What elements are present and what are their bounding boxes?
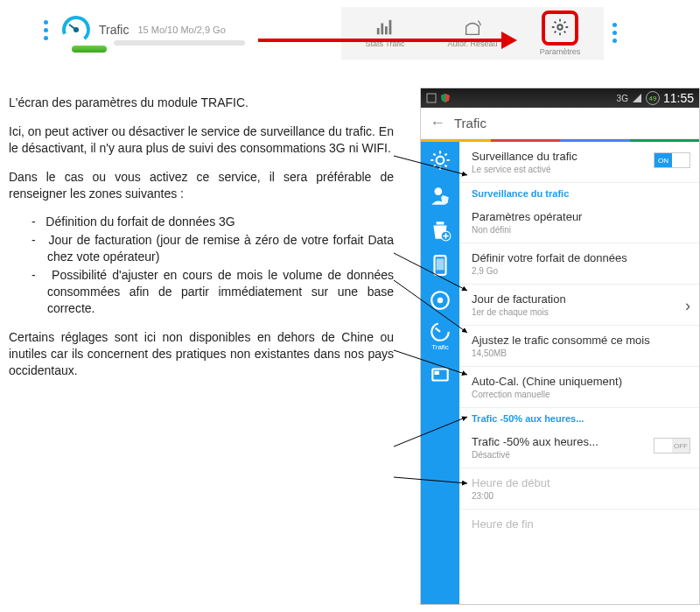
red-arrow-icon xyxy=(258,35,512,46)
svg-line-2 xyxy=(69,25,76,30)
list-item: Possibilité d'ajuster en cours de mois l… xyxy=(32,267,394,317)
phone-icon[interactable] xyxy=(429,254,452,277)
disk-icon[interactable] xyxy=(429,289,452,312)
toggle-on[interactable]: ON xyxy=(654,152,690,168)
tab-settings[interactable]: Paramètres xyxy=(516,7,604,60)
menu-dots-icon[interactable] xyxy=(44,20,48,40)
svg-rect-6 xyxy=(389,20,392,35)
battery-icon: 49 xyxy=(646,91,660,105)
svg-rect-5 xyxy=(385,26,388,34)
row-billing-day[interactable]: Jour de facturation 1er de chaque mois › xyxy=(459,285,699,326)
signal-icon xyxy=(632,93,642,103)
svg-rect-4 xyxy=(381,24,383,35)
paragraph: Certains réglages sont ici non disponibl… xyxy=(9,329,394,379)
top-banner: Trafic 15 Mo/10 Mo/2,9 Go Stats Trafic A… xyxy=(0,7,700,60)
clock: 11:55 xyxy=(663,91,694,105)
section-header: Trafic -50% aux heures... xyxy=(459,408,699,427)
paragraph: Ici, on peut activer ou désactiver le se… xyxy=(9,123,394,157)
row-end-hour[interactable]: Heure de fin xyxy=(459,510,699,538)
paragraph: L'écran des paramètres du module TRAFIC. xyxy=(9,95,394,111)
app-header: ← Trafic xyxy=(421,108,699,139)
gear-icon[interactable] xyxy=(429,149,452,172)
sidebar-label: Trafic xyxy=(431,343,449,351)
app-title: Trafic xyxy=(454,116,486,130)
row-adjust-traffic[interactable]: Ajustez le trafic consommé ce mois 14,50… xyxy=(459,326,699,367)
bullet-list: Définition du forfait de données 3G Jour… xyxy=(32,214,394,316)
row-autocal[interactable]: Auto-Cal. (Chine uniquement) Correction … xyxy=(459,367,699,408)
tab-stats[interactable]: Stats Trafic xyxy=(341,7,429,60)
svg-point-16 xyxy=(438,298,444,304)
tab-label: Paramètres xyxy=(540,47,581,56)
svg-line-18 xyxy=(436,328,440,332)
row-data-plan[interactable]: Définir votre forfait de données 2,9 Go xyxy=(459,243,699,285)
svg-point-10 xyxy=(435,187,443,195)
highlight-box xyxy=(542,11,578,46)
toggle-off[interactable]: OFF xyxy=(654,438,690,454)
notif-icon xyxy=(426,93,437,103)
svg-rect-11 xyxy=(437,222,444,224)
progress-track xyxy=(114,40,245,46)
chevron-right-icon: › xyxy=(685,297,690,315)
row-offpeak[interactable]: Trafic -50% aux heures... Désactivé OFF xyxy=(459,427,699,468)
menu-dots-icon[interactable] xyxy=(612,23,617,43)
top-tabs: Stats Trafic Autor. Réseau Paramètres xyxy=(341,7,604,60)
user-shield-icon[interactable] xyxy=(429,184,452,207)
card-icon[interactable] xyxy=(429,363,452,386)
svg-point-9 xyxy=(437,157,444,165)
android-statusbar: 3G 49 11:55 xyxy=(421,88,699,108)
gear-icon xyxy=(550,18,570,37)
back-icon[interactable]: ← xyxy=(430,114,445,132)
trash-plus-icon[interactable] xyxy=(429,219,452,242)
row-start-hour[interactable]: Heure de début 23:00 xyxy=(459,468,699,510)
settings-list: Surveillance du trafic Le service est ac… xyxy=(459,142,699,604)
svg-rect-20 xyxy=(435,371,439,375)
phone-sidebar: Trafic xyxy=(421,142,459,604)
list-item: Jour de facturation (jour de remise à zé… xyxy=(32,232,394,265)
gauge-mini-icon[interactable] xyxy=(429,324,452,340)
network-label: 3G xyxy=(617,94,628,103)
phone-screenshot: 3G 49 11:55 ← Trafic Trafic Surveillance… xyxy=(420,88,700,605)
description-text: L'écran des paramètres du module TRAFIC.… xyxy=(9,95,394,390)
svg-rect-8 xyxy=(427,94,436,102)
shield-icon xyxy=(440,93,451,103)
section-header: Surveillance du trafic xyxy=(459,183,699,202)
svg-rect-14 xyxy=(437,258,444,270)
usage-bar-icon xyxy=(72,46,107,53)
gauge-icon xyxy=(60,14,92,46)
list-item: Définition du forfait de données 3G xyxy=(32,214,394,230)
svg-rect-3 xyxy=(377,28,380,34)
trafic-stats: 15 Mo/10 Mo/2,9 Go xyxy=(137,25,225,35)
trafic-label: Trafic xyxy=(99,23,129,37)
row-surveillance[interactable]: Surveillance du trafic Le service est ac… xyxy=(459,142,699,183)
paragraph: Dans le cas ou vous activez ce service, … xyxy=(9,169,394,202)
row-operator[interactable]: Paramètres opérateur Non défini xyxy=(459,202,699,243)
svg-point-7 xyxy=(557,25,563,30)
